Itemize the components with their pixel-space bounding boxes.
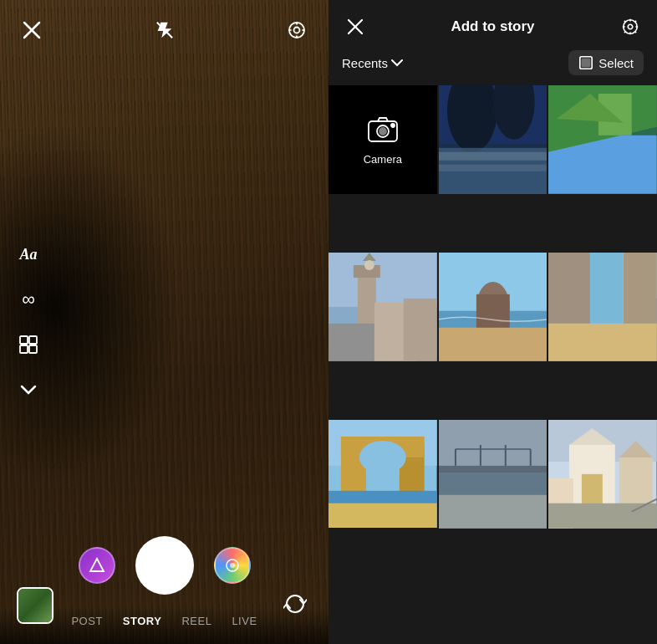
camera-tile-label: Camera — [364, 153, 402, 166]
recents-dropdown-button[interactable]: Recents — [342, 56, 403, 70]
chevron-down-icon[interactable] — [15, 376, 42, 403]
svg-rect-76 — [328, 503, 437, 529]
svg-rect-40 — [439, 165, 548, 171]
select-button[interactable]: Select — [568, 50, 644, 75]
flip-camera-button[interactable] — [278, 587, 312, 621]
tab-live[interactable]: LIVE — [232, 615, 257, 627]
media-header: Add to story — [328, 0, 657, 40]
text-tool-button[interactable]: Aa — [15, 241, 42, 268]
photo-grid: Camera — [328, 85, 657, 644]
gallery-thumbnail[interactable] — [17, 587, 53, 624]
camera-close-button[interactable] — [17, 15, 47, 45]
svg-point-15 — [230, 563, 235, 568]
photo-item-3[interactable] — [328, 253, 437, 418]
media-settings-button[interactable] — [617, 13, 644, 40]
select-label: Select — [598, 56, 634, 70]
svg-point-4 — [294, 28, 300, 33]
svg-rect-61 — [439, 328, 548, 361]
photo-item-8[interactable] — [548, 420, 657, 585]
filter-mode-icon[interactable] — [214, 547, 251, 584]
svg-point-33 — [391, 124, 395, 127]
media-picker-panel: Add to story Recents — [328, 0, 657, 644]
camera-settings-icon[interactable] — [282, 15, 312, 45]
layout-tool-button[interactable] — [15, 331, 42, 358]
svg-marker-65 — [548, 253, 590, 328]
svg-rect-86 — [439, 495, 548, 529]
camera-tile[interactable]: Camera — [328, 85, 437, 194]
camera-bottom-controls: POST STORY REEL LIVE — [0, 526, 328, 644]
photo-item-5[interactable] — [548, 253, 657, 418]
svg-rect-12 — [29, 345, 37, 353]
media-toolbar: Recents Select — [328, 40, 657, 85]
svg-point-74 — [359, 441, 406, 474]
svg-point-19 — [628, 24, 633, 29]
media-close-button[interactable] — [342, 13, 369, 40]
svg-point-32 — [379, 128, 386, 135]
svg-rect-67 — [548, 324, 657, 361]
svg-rect-55 — [404, 299, 437, 361]
svg-rect-10 — [29, 336, 37, 344]
svg-rect-39 — [439, 152, 548, 161]
recents-label: Recents — [342, 56, 388, 70]
media-header-title: Add to story — [451, 18, 534, 35]
photo-item-6[interactable] — [328, 420, 437, 585]
photo-item-7[interactable] — [439, 420, 548, 585]
thumbnail-image — [18, 589, 52, 622]
svg-point-52 — [364, 260, 374, 270]
svg-point-3 — [289, 23, 304, 38]
camera-side-controls: Aa ∞ — [15, 241, 42, 403]
photo-item-2[interactable] — [548, 85, 657, 194]
svg-rect-68 — [590, 253, 624, 324]
flash-icon[interactable] — [150, 15, 180, 45]
tab-post[interactable]: POST — [71, 615, 102, 627]
tab-story[interactable]: STORY — [123, 615, 162, 627]
effects-tool-button[interactable]: ∞ — [15, 286, 42, 313]
camera-top-controls — [0, 0, 328, 60]
camera-panel: Aa ∞ — [0, 0, 328, 644]
svg-rect-9 — [20, 336, 28, 344]
tab-reel[interactable]: REEL — [181, 615, 211, 627]
svg-marker-13 — [90, 559, 104, 571]
svg-rect-80 — [439, 466, 548, 473]
photo-item-1[interactable] — [439, 85, 548, 194]
svg-rect-11 — [20, 345, 28, 353]
effects-mode-icon[interactable] — [79, 547, 115, 584]
photo-item-4[interactable] — [439, 253, 548, 418]
svg-rect-29 — [583, 59, 590, 67]
shutter-button[interactable] — [135, 536, 194, 595]
